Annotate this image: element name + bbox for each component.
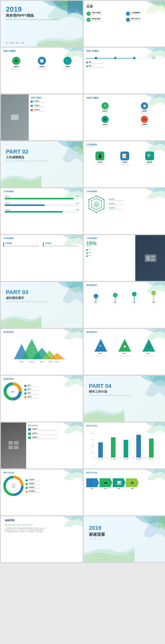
svg-point-1 <box>12 116 14 118</box>
icon-row-desc-1: Please add the title here <box>92 164 108 165</box>
svg-rect-62 <box>111 437 116 458</box>
part02-wave <box>42 141 83 172</box>
svg-text:项目C: 项目C <box>40 361 44 363</box>
part04-wave <box>125 376 165 406</box>
slide-4: 年度工作概述 <box>84 47 165 94</box>
cycle-dot-4 <box>26 491 28 493</box>
slide8-wave <box>133 141 165 159</box>
slide-12: 工作完成情况 15% 增长率 成果一 成果二 成果三 <box>84 235 165 281</box>
legend-dot-2 <box>24 389 26 391</box>
box-1: 添加标题 Please add the title here Please ad… <box>3 242 41 247</box>
part02-num: PART 02 <box>6 149 48 155</box>
slide12-title: 工作完成情况 <box>86 237 133 240</box>
timeline-dot-3 <box>133 57 136 59</box>
svg-rect-13 <box>146 256 150 261</box>
part02-content: PART 02 工作成绩情况 Please add content you wa… <box>6 149 48 163</box>
icon-gear: ⚙ <box>12 57 20 65</box>
icon2-symbol-1: 🔬 <box>102 102 109 109</box>
pin-label-2: 项目二 <box>114 301 117 303</box>
list-desc-2: Please add the title here <box>34 106 45 107</box>
part04-wave-bottom <box>84 401 124 422</box>
s12-item-2: 成果二 <box>86 252 133 254</box>
svg-text:项目A: 项目A <box>19 361 23 363</box>
toc-num-2: 02 <box>126 12 130 16</box>
slide-9: 工作完成情况 完成项目一 93% 完成项目二 54% <box>1 188 83 234</box>
toc-item-1: 01 年度工作概述 Please add the title here <box>86 11 125 16</box>
item-desc-2: Please add the title here for this slide <box>89 67 105 68</box>
icon-label-2: 进度管理 <box>39 66 44 67</box>
slide-copyright: •版权声明 感谢您使用本演讲设计素材，正版设计请支持我们！ 1. 此PPT模板由… <box>1 516 83 562</box>
part02-desc: Please add content you want to add. Add … <box>6 160 48 163</box>
list-marker-3 <box>31 109 33 111</box>
slide5-photo <box>1 94 29 140</box>
photo-placeholder <box>1 94 29 140</box>
svg-text:创新: 创新 <box>88 199 90 200</box>
tri-label-3: 阶段三 <box>147 353 151 354</box>
s12-dot-2 <box>86 252 88 254</box>
timeline-dot-2 <box>114 57 117 59</box>
icon2-label-1: 数据分析 <box>103 110 108 112</box>
slide4-items: 项目一 Please add the title here for this s… <box>86 61 163 68</box>
icon-row-2: 📝 文档管理 Please add the title here <box>117 151 132 165</box>
slide14-wave <box>133 282 165 300</box>
s12-dot-1 <box>86 249 88 251</box>
progress-fill-3 <box>5 211 63 213</box>
legend-desc-3: Please add the title here <box>27 394 38 395</box>
cover-title: 商务简约PPT模板 <box>6 13 57 18</box>
toc-text-1: 年度工作概述 Please add the title here <box>92 12 103 15</box>
slides-grid: 2019 商务简约PPT模板 Please add a clear busine… <box>0 0 165 563</box>
part02-title: 工作成绩情况 <box>6 155 48 160</box>
slide-21: 明年工作计划 工作 计划 <box>1 469 83 516</box>
tri-desc-1: Please add content here <box>93 355 108 356</box>
part04-content: PART 04 明年工作计划 Please add content you wa… <box>89 383 131 397</box>
slide-ending: 2019 谢谢观看 THANK YOU <box>84 516 165 562</box>
icon2-desc-1: Please add the title <box>101 112 109 114</box>
slide-10: 工作完成情况 核心 创新 执行 协作 质量 效率 创新 <box>84 188 165 234</box>
part03-desc: Please add content you want to add. Add … <box>6 300 48 303</box>
arrow-icon-1: 👥 <box>91 481 95 485</box>
toc-title-3: 成功项目展示 <box>92 18 103 20</box>
slide12-left: 工作完成情况 15% 增长率 成果一 成果二 成果三 <box>84 235 135 281</box>
icon-row-label-3: 数据搜索 <box>147 161 152 163</box>
tri-label-2: 阶段二 <box>123 353 127 354</box>
icon-mobile: 📱 <box>95 151 104 160</box>
legend-desc-1: Please add the title here <box>27 386 38 387</box>
legend-dot-3 <box>24 392 26 394</box>
part03-num: PART 03 <box>6 290 48 295</box>
icon-doc: 📝 <box>120 151 129 160</box>
legend-text-3: 说明三 Please add the title here <box>27 392 38 395</box>
part03-title: 成功项目展示 <box>6 295 48 300</box>
slide-19: 明年工作计划 1 计划要点一 Please add the title here… <box>1 422 83 469</box>
list-desc-3: Please add the title here <box>34 110 45 112</box>
cycle-desc-3: Please add content here <box>29 488 40 489</box>
cycle-diagram: 工作 计划 <box>3 476 24 496</box>
cycle-dot-3 <box>26 487 28 489</box>
slide-cover: 2019 商务简约PPT模板 Please add a clear busine… <box>1 1 83 47</box>
timeline-bar <box>86 57 163 59</box>
right-item-3: 核心能力三 Please add the title here for this <box>109 207 163 210</box>
tri-desc-2: Please add content here <box>117 355 132 356</box>
icon-row-label-2: 文档管理 <box>122 161 127 163</box>
presentation: 2019 商务简约PPT模板 Please add a clear busine… <box>0 0 165 563</box>
list-text-2: 工作要点二 Please add the title here <box>34 105 45 107</box>
pin-label-1: 项目一 <box>94 301 97 303</box>
arrow-item-2: ➡ 目标二 <box>100 478 112 489</box>
ending-wave-bottom <box>84 539 135 562</box>
slide12-items: 成果一 成果二 成果三 <box>86 249 133 257</box>
slide-3: 年度工作概述 ⚙ 战略规划 Please add the title here … <box>1 47 83 94</box>
icon2-desc-3: Please add the title <box>101 126 109 127</box>
photo-collage <box>8 441 19 450</box>
icon-desc-3: Please add the title here <box>60 68 74 70</box>
svg-rect-63 <box>124 440 128 458</box>
reporter-label: 汇报人： <box>15 42 20 44</box>
icon2-4: ✂ 流程精简 Please add the title <box>126 116 163 127</box>
item-desc-1: Please add the title here for this slide <box>89 63 105 64</box>
tri-svg-2: ⏰ <box>118 338 131 352</box>
slide5-title: 年度工作概述 <box>31 97 81 99</box>
progress-label-2: 完成项目二 <box>5 202 11 204</box>
svg-text:第四季度: 第四季度 <box>136 458 141 460</box>
plan-num-1: 1 <box>28 428 31 431</box>
timeline-dot-4 <box>152 57 155 59</box>
list-item-1: 工作要点一 Please add the title here <box>31 100 81 103</box>
slide12-photo <box>135 235 165 281</box>
